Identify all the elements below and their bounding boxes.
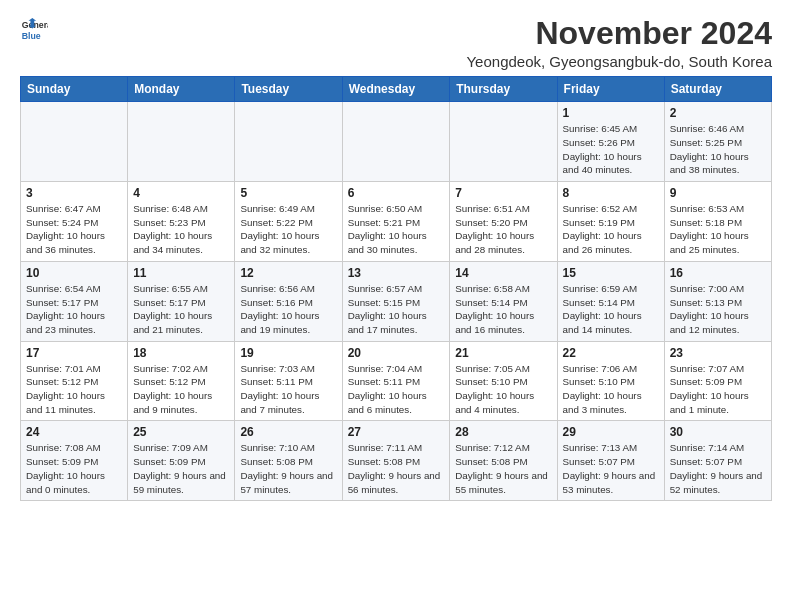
day-info: Sunrise: 6:59 AM Sunset: 5:14 PM Dayligh… [563,282,659,337]
day-number: 30 [670,425,766,439]
weekday-header: Tuesday [235,77,342,102]
day-number: 13 [348,266,445,280]
calendar-cell: 9Sunrise: 6:53 AM Sunset: 5:18 PM Daylig… [664,182,771,262]
page-title: November 2024 [466,16,772,51]
weekday-header: Friday [557,77,664,102]
day-info: Sunrise: 7:02 AM Sunset: 5:12 PM Dayligh… [133,362,229,417]
day-number: 19 [240,346,336,360]
day-number: 10 [26,266,122,280]
calendar-cell: 4Sunrise: 6:48 AM Sunset: 5:23 PM Daylig… [128,182,235,262]
calendar-cell: 29Sunrise: 7:13 AM Sunset: 5:07 PM Dayli… [557,421,664,501]
day-info: Sunrise: 7:12 AM Sunset: 5:08 PM Dayligh… [455,441,551,496]
day-info: Sunrise: 7:14 AM Sunset: 5:07 PM Dayligh… [670,441,766,496]
calendar-cell: 25Sunrise: 7:09 AM Sunset: 5:09 PM Dayli… [128,421,235,501]
calendar-cell: 3Sunrise: 6:47 AM Sunset: 5:24 PM Daylig… [21,182,128,262]
logo: General Blue [20,16,48,44]
calendar-cell: 27Sunrise: 7:11 AM Sunset: 5:08 PM Dayli… [342,421,450,501]
weekday-header: Wednesday [342,77,450,102]
calendar-cell: 19Sunrise: 7:03 AM Sunset: 5:11 PM Dayli… [235,341,342,421]
day-number: 5 [240,186,336,200]
day-info: Sunrise: 6:53 AM Sunset: 5:18 PM Dayligh… [670,202,766,257]
day-info: Sunrise: 7:09 AM Sunset: 5:09 PM Dayligh… [133,441,229,496]
calendar-cell [21,102,128,182]
day-number: 18 [133,346,229,360]
weekday-header: Sunday [21,77,128,102]
calendar-cell [342,102,450,182]
calendar-cell: 11Sunrise: 6:55 AM Sunset: 5:17 PM Dayli… [128,261,235,341]
calendar-cell: 10Sunrise: 6:54 AM Sunset: 5:17 PM Dayli… [21,261,128,341]
day-number: 27 [348,425,445,439]
weekday-header: Monday [128,77,235,102]
day-number: 8 [563,186,659,200]
day-number: 29 [563,425,659,439]
day-info: Sunrise: 6:58 AM Sunset: 5:14 PM Dayligh… [455,282,551,337]
day-number: 4 [133,186,229,200]
calendar-cell [235,102,342,182]
day-info: Sunrise: 6:56 AM Sunset: 5:16 PM Dayligh… [240,282,336,337]
calendar-cell: 22Sunrise: 7:06 AM Sunset: 5:10 PM Dayli… [557,341,664,421]
calendar-cell: 16Sunrise: 7:00 AM Sunset: 5:13 PM Dayli… [664,261,771,341]
calendar-cell: 20Sunrise: 7:04 AM Sunset: 5:11 PM Dayli… [342,341,450,421]
calendar-table: SundayMondayTuesdayWednesdayThursdayFrid… [20,76,772,501]
day-number: 25 [133,425,229,439]
day-number: 3 [26,186,122,200]
day-info: Sunrise: 6:46 AM Sunset: 5:25 PM Dayligh… [670,122,766,177]
day-info: Sunrise: 6:45 AM Sunset: 5:26 PM Dayligh… [563,122,659,177]
day-info: Sunrise: 6:49 AM Sunset: 5:22 PM Dayligh… [240,202,336,257]
day-number: 22 [563,346,659,360]
day-number: 1 [563,106,659,120]
day-info: Sunrise: 6:50 AM Sunset: 5:21 PM Dayligh… [348,202,445,257]
day-info: Sunrise: 6:52 AM Sunset: 5:19 PM Dayligh… [563,202,659,257]
day-number: 9 [670,186,766,200]
day-info: Sunrise: 7:00 AM Sunset: 5:13 PM Dayligh… [670,282,766,337]
day-info: Sunrise: 7:07 AM Sunset: 5:09 PM Dayligh… [670,362,766,417]
calendar-cell: 1Sunrise: 6:45 AM Sunset: 5:26 PM Daylig… [557,102,664,182]
calendar-cell: 12Sunrise: 6:56 AM Sunset: 5:16 PM Dayli… [235,261,342,341]
day-info: Sunrise: 6:47 AM Sunset: 5:24 PM Dayligh… [26,202,122,257]
calendar-cell [128,102,235,182]
weekday-header: Saturday [664,77,771,102]
day-number: 14 [455,266,551,280]
calendar-cell: 6Sunrise: 6:50 AM Sunset: 5:21 PM Daylig… [342,182,450,262]
calendar-cell: 15Sunrise: 6:59 AM Sunset: 5:14 PM Dayli… [557,261,664,341]
day-info: Sunrise: 7:04 AM Sunset: 5:11 PM Dayligh… [348,362,445,417]
svg-text:General: General [22,20,48,30]
day-info: Sunrise: 7:06 AM Sunset: 5:10 PM Dayligh… [563,362,659,417]
calendar-cell: 21Sunrise: 7:05 AM Sunset: 5:10 PM Dayli… [450,341,557,421]
day-info: Sunrise: 7:08 AM Sunset: 5:09 PM Dayligh… [26,441,122,496]
day-number: 21 [455,346,551,360]
page-subtitle: Yeongdeok, Gyeongsangbuk-do, South Korea [466,53,772,70]
day-info: Sunrise: 7:05 AM Sunset: 5:10 PM Dayligh… [455,362,551,417]
calendar-cell: 7Sunrise: 6:51 AM Sunset: 5:20 PM Daylig… [450,182,557,262]
calendar-cell: 13Sunrise: 6:57 AM Sunset: 5:15 PM Dayli… [342,261,450,341]
day-number: 28 [455,425,551,439]
calendar-cell: 2Sunrise: 6:46 AM Sunset: 5:25 PM Daylig… [664,102,771,182]
svg-text:Blue: Blue [22,31,41,41]
day-info: Sunrise: 7:13 AM Sunset: 5:07 PM Dayligh… [563,441,659,496]
day-number: 24 [26,425,122,439]
weekday-header: Thursday [450,77,557,102]
day-number: 17 [26,346,122,360]
calendar-cell [450,102,557,182]
day-info: Sunrise: 7:11 AM Sunset: 5:08 PM Dayligh… [348,441,445,496]
calendar-cell: 24Sunrise: 7:08 AM Sunset: 5:09 PM Dayli… [21,421,128,501]
day-number: 11 [133,266,229,280]
calendar-cell: 5Sunrise: 6:49 AM Sunset: 5:22 PM Daylig… [235,182,342,262]
calendar-cell: 18Sunrise: 7:02 AM Sunset: 5:12 PM Dayli… [128,341,235,421]
day-info: Sunrise: 6:48 AM Sunset: 5:23 PM Dayligh… [133,202,229,257]
calendar-cell: 28Sunrise: 7:12 AM Sunset: 5:08 PM Dayli… [450,421,557,501]
day-info: Sunrise: 6:55 AM Sunset: 5:17 PM Dayligh… [133,282,229,337]
day-number: 2 [670,106,766,120]
day-number: 12 [240,266,336,280]
calendar-cell: 23Sunrise: 7:07 AM Sunset: 5:09 PM Dayli… [664,341,771,421]
day-info: Sunrise: 7:10 AM Sunset: 5:08 PM Dayligh… [240,441,336,496]
calendar-cell: 14Sunrise: 6:58 AM Sunset: 5:14 PM Dayli… [450,261,557,341]
calendar-cell: 17Sunrise: 7:01 AM Sunset: 5:12 PM Dayli… [21,341,128,421]
day-info: Sunrise: 6:51 AM Sunset: 5:20 PM Dayligh… [455,202,551,257]
day-number: 16 [670,266,766,280]
day-number: 6 [348,186,445,200]
day-info: Sunrise: 7:03 AM Sunset: 5:11 PM Dayligh… [240,362,336,417]
day-number: 20 [348,346,445,360]
calendar-cell: 26Sunrise: 7:10 AM Sunset: 5:08 PM Dayli… [235,421,342,501]
day-number: 7 [455,186,551,200]
